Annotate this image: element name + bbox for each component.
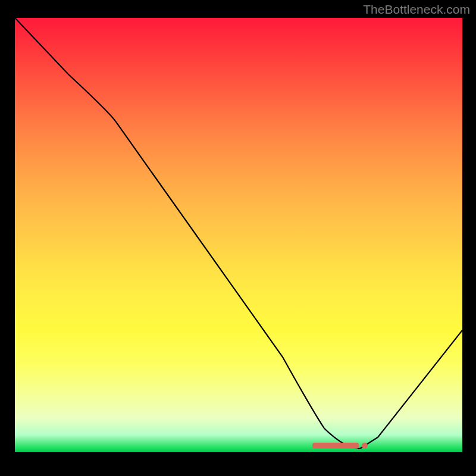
watermark-text: TheBottleneck.com <box>363 2 470 17</box>
marker-bar <box>312 443 359 449</box>
chart-container: TheBottleneck.com <box>0 0 476 476</box>
bottleneck-curve-path <box>15 18 462 449</box>
curve-svg <box>15 18 462 452</box>
marker-end-dot <box>362 443 368 449</box>
